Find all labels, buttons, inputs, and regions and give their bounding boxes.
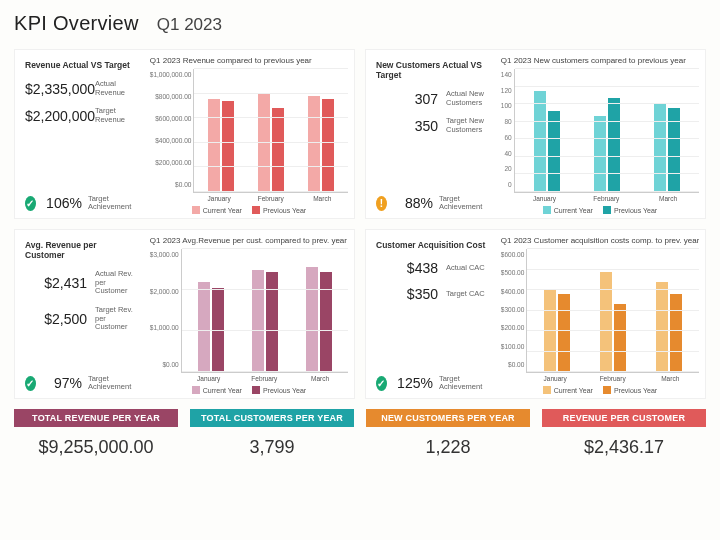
summary-card: NEW CUSTOMERS PER YEAR1,228 [366,409,530,464]
metric-value: $438 [376,260,438,276]
bar [222,101,234,192]
y-axis: $3,000.00$2,000.00$1,000.00$0.00 [150,249,181,382]
legend-item: Current Year [192,206,242,214]
bar-group [246,69,296,192]
legend-item: Previous Year [603,206,657,214]
achievement-value: 97% [42,375,82,391]
y-tick: 60 [501,134,512,141]
achievement-row: ✓106%Target Achievement [25,195,136,212]
y-tick: $2,000.00 [150,288,179,295]
achievement-label: Target Achievement [88,195,136,212]
y-tick: $1,000,000.00 [150,71,192,78]
chart-title: Q1 2023 Revenue compared to previous yea… [150,56,348,65]
legend-label: Previous Year [263,207,306,214]
metric-label: Target New Customers [446,117,487,134]
gridline [527,330,699,331]
bar-chart: 140120100806040200JanuaryFebruaryMarch [501,69,699,202]
kpi-card: New Customers Actual VS Target307Actual … [365,49,706,219]
metric-title: New Customers Actual VS Target [376,60,487,80]
metric-title: Avg. Revenue per Customer [25,240,136,260]
metric-label: Actual Rev. per Customer [95,270,136,296]
bar [266,272,278,372]
legend-swatch [543,386,551,394]
y-axis: 140120100806040200 [501,69,514,202]
bar [608,98,620,192]
y-tick: $300.00 [501,306,525,313]
bar [252,270,264,373]
bar [308,96,320,192]
metric-row: $438Actual CAC [376,260,487,276]
achievement-value: 125% [393,375,433,391]
metric-label: Target CAC [446,290,485,299]
legend-item: Current Year [192,386,242,394]
y-tick: $400,000.00 [150,137,192,144]
summary-card: TOTAL REVENUE PER YEAR$9,255,000.00 [14,409,178,464]
x-tick: March [637,195,699,202]
metric-value: $2,431 [25,275,87,291]
gridline [194,93,348,94]
summary-label: NEW CUSTOMERS PER YEAR [366,409,530,427]
kpi-card: Customer Acquisition Cost$438Actual CAC$… [365,229,706,399]
y-tick: $0.00 [150,181,192,188]
y-tick: $600.00 [501,251,525,258]
bar-chart: $3,000.00$2,000.00$1,000.00$0.00JanuaryF… [150,249,348,382]
y-tick: $1,000.00 [150,324,179,331]
summary-card: REVENUE PER CUSTOMER$2,436.17 [542,409,706,464]
gridline [515,191,699,192]
page-header: KPI Overview Q1 2023 [14,12,706,35]
bar [544,290,556,372]
achievement-label: Target Achievement [439,195,487,212]
summary-label: TOTAL CUSTOMERS PER YEAR [190,409,354,427]
y-tick: 40 [501,150,512,157]
summary-value: 1,228 [366,427,530,464]
y-tick: $500.00 [501,269,525,276]
chart-legend: Current YearPrevious Year [150,386,348,394]
bar-group [238,249,292,372]
gridline [515,138,699,139]
kpi-card: Revenue Actual VS Target$2,335,000Actual… [14,49,355,219]
gridline [515,156,699,157]
metric-value: $2,500 [25,311,87,327]
gridline [527,289,699,290]
chart-title: Q1 2023 Customer acquisition costs comp.… [501,236,699,245]
legend-swatch [192,206,200,214]
summary-row: TOTAL REVENUE PER YEAR$9,255,000.00TOTAL… [14,409,706,464]
bar-chart: $600.00$500.00$400.00$300.00$200.00$100.… [501,249,699,382]
plot-area [193,69,348,193]
bar-group [196,69,246,192]
plot-area [514,69,699,193]
kpi-grid: Revenue Actual VS Target$2,335,000Actual… [14,49,706,399]
warning-icon: ! [376,196,387,211]
y-tick: 20 [501,165,512,172]
gridline [527,248,699,249]
gridline [182,289,348,290]
dashboard: KPI Overview Q1 2023 Revenue Actual VS T… [0,0,720,472]
x-axis: JanuaryFebruaryMarch [193,193,348,202]
chart-legend: Current YearPrevious Year [150,206,348,214]
gridline [527,269,699,270]
y-tick: $600,000.00 [150,115,192,122]
metric-row: 307Actual New Customers [376,90,487,107]
legend-item: Previous Year [252,206,306,214]
x-tick: March [292,375,348,382]
chart-legend: Current YearPrevious Year [501,386,699,394]
x-tick: January [526,375,584,382]
y-tick: 100 [501,102,512,109]
legend-swatch [603,386,611,394]
x-tick: March [296,195,348,202]
chart-title: Q1 2023 New customers compared to previo… [501,56,699,65]
legend-label: Previous Year [263,387,306,394]
bar-group [641,249,697,372]
gridline [182,371,348,372]
bar [600,272,612,372]
y-tick: 120 [501,87,512,94]
bar-group [529,249,585,372]
summary-label: TOTAL REVENUE PER YEAR [14,409,178,427]
legend-swatch [543,206,551,214]
bar [558,294,570,372]
x-tick: February [236,375,292,382]
achievement-row: ✓97%Target Achievement [25,375,136,392]
x-tick: February [584,375,642,382]
gridline [515,103,699,104]
gridline [182,248,348,249]
